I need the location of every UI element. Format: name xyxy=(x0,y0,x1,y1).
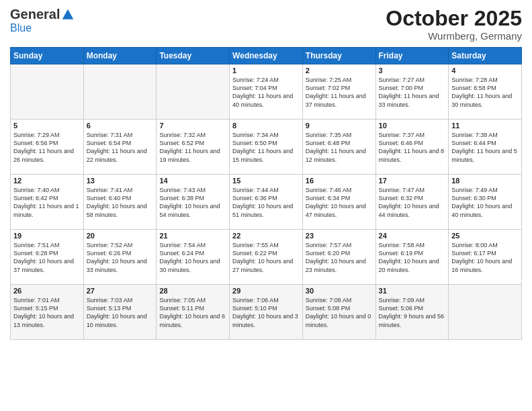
weekday-header-row: SundayMondayTuesdayWednesdayThursdayFrid… xyxy=(11,48,522,64)
calendar-cell: 22Sunrise: 7:55 AM Sunset: 6:22 PM Dayli… xyxy=(230,230,303,285)
calendar-cell: 5Sunrise: 7:29 AM Sunset: 6:56 PM Daylig… xyxy=(11,120,84,175)
day-number: 26 xyxy=(13,287,81,295)
weekday-header: Saturday xyxy=(449,48,522,64)
calendar-cell xyxy=(157,64,230,120)
day-info: Sunrise: 7:09 AM Sunset: 5:06 PM Dayligh… xyxy=(379,296,446,329)
calendar-cell: 17Sunrise: 7:47 AM Sunset: 6:32 PM Dayli… xyxy=(375,175,449,230)
logo-icon xyxy=(61,8,75,21)
day-info: Sunrise: 7:43 AM Sunset: 6:38 PM Dayligh… xyxy=(159,186,226,219)
day-number: 2 xyxy=(306,66,373,75)
calendar-cell: 14Sunrise: 7:43 AM Sunset: 6:38 PM Dayli… xyxy=(157,175,230,230)
calendar-cell: 16Sunrise: 7:46 AM Sunset: 6:34 PM Dayli… xyxy=(302,175,375,230)
day-info: Sunrise: 7:52 AM Sunset: 6:26 PM Dayligh… xyxy=(87,241,154,274)
day-number: 31 xyxy=(379,287,446,295)
day-info: Sunrise: 7:55 AM Sunset: 6:22 PM Dayligh… xyxy=(232,241,300,274)
day-info: Sunrise: 7:27 AM Sunset: 7:00 PM Dayligh… xyxy=(379,76,446,109)
calendar: SundayMondayTuesdayWednesdayThursdayFrid… xyxy=(10,47,522,340)
day-number: 5 xyxy=(13,122,81,130)
calendar-cell: 30Sunrise: 7:08 AM Sunset: 5:08 PM Dayli… xyxy=(302,285,375,340)
weekday-header: Wednesday xyxy=(230,48,303,64)
day-number: 14 xyxy=(159,177,226,185)
day-info: Sunrise: 7:41 AM Sunset: 6:40 PM Dayligh… xyxy=(87,186,154,219)
week-row: 5Sunrise: 7:29 AM Sunset: 6:56 PM Daylig… xyxy=(11,120,522,175)
calendar-cell: 2Sunrise: 7:25 AM Sunset: 7:02 PM Daylig… xyxy=(302,64,375,120)
day-info: Sunrise: 7:06 AM Sunset: 5:10 PM Dayligh… xyxy=(232,296,300,329)
header: General Blue October 2025 Wurmberg, Germ… xyxy=(10,7,522,42)
day-number: 17 xyxy=(379,177,446,185)
day-info: Sunrise: 7:44 AM Sunset: 6:36 PM Dayligh… xyxy=(232,186,300,219)
calendar-cell: 4Sunrise: 7:28 AM Sunset: 6:58 PM Daylig… xyxy=(449,64,522,120)
day-info: Sunrise: 7:49 AM Sunset: 6:30 PM Dayligh… xyxy=(451,186,519,219)
weekday-header: Thursday xyxy=(302,48,375,64)
day-info: Sunrise: 7:54 AM Sunset: 6:24 PM Dayligh… xyxy=(159,241,226,274)
day-number: 27 xyxy=(87,287,154,295)
day-info: Sunrise: 7:29 AM Sunset: 6:56 PM Dayligh… xyxy=(13,131,81,164)
logo: General Blue xyxy=(10,7,75,34)
day-info: Sunrise: 7:34 AM Sunset: 6:50 PM Dayligh… xyxy=(232,131,300,164)
day-number: 20 xyxy=(87,232,154,240)
calendar-cell: 3Sunrise: 7:27 AM Sunset: 7:00 PM Daylig… xyxy=(375,64,449,120)
calendar-cell: 8Sunrise: 7:34 AM Sunset: 6:50 PM Daylig… xyxy=(230,120,303,175)
week-row: 12Sunrise: 7:40 AM Sunset: 6:42 PM Dayli… xyxy=(11,175,522,230)
calendar-cell: 27Sunrise: 7:03 AM Sunset: 5:13 PM Dayli… xyxy=(83,285,157,340)
day-number: 16 xyxy=(306,177,373,185)
calendar-cell: 18Sunrise: 7:49 AM Sunset: 6:30 PM Dayli… xyxy=(449,175,522,230)
day-number: 7 xyxy=(159,122,226,130)
day-info: Sunrise: 7:37 AM Sunset: 6:46 PM Dayligh… xyxy=(379,131,446,164)
day-info: Sunrise: 7:47 AM Sunset: 6:32 PM Dayligh… xyxy=(379,186,446,219)
calendar-cell: 11Sunrise: 7:38 AM Sunset: 6:44 PM Dayli… xyxy=(449,120,522,175)
calendar-cell xyxy=(449,285,522,340)
calendar-cell: 1Sunrise: 7:24 AM Sunset: 7:04 PM Daylig… xyxy=(230,64,303,120)
day-info: Sunrise: 7:35 AM Sunset: 6:48 PM Dayligh… xyxy=(306,131,373,164)
day-number: 15 xyxy=(232,177,300,185)
day-number: 1 xyxy=(232,66,300,75)
logo-blue: Blue xyxy=(10,22,32,34)
day-info: Sunrise: 7:25 AM Sunset: 7:02 PM Dayligh… xyxy=(306,76,373,109)
day-info: Sunrise: 7:03 AM Sunset: 5:13 PM Dayligh… xyxy=(87,296,154,329)
logo-blue-text: Blue xyxy=(10,22,32,34)
calendar-cell: 10Sunrise: 7:37 AM Sunset: 6:46 PM Dayli… xyxy=(375,120,449,175)
day-number: 8 xyxy=(232,122,300,130)
calendar-cell xyxy=(83,64,157,120)
calendar-cell: 24Sunrise: 7:58 AM Sunset: 6:19 PM Dayli… xyxy=(375,230,449,285)
calendar-cell xyxy=(11,64,84,120)
day-info: Sunrise: 8:00 AM Sunset: 6:17 PM Dayligh… xyxy=(451,241,519,274)
day-info: Sunrise: 7:05 AM Sunset: 5:11 PM Dayligh… xyxy=(159,296,226,329)
calendar-cell: 21Sunrise: 7:54 AM Sunset: 6:24 PM Dayli… xyxy=(157,230,230,285)
weekday-header: Friday xyxy=(375,48,449,64)
day-info: Sunrise: 7:58 AM Sunset: 6:19 PM Dayligh… xyxy=(379,241,446,274)
day-number: 10 xyxy=(379,122,446,130)
weekday-header: Monday xyxy=(83,48,157,64)
day-info: Sunrise: 7:08 AM Sunset: 5:08 PM Dayligh… xyxy=(306,296,373,329)
day-info: Sunrise: 7:46 AM Sunset: 6:34 PM Dayligh… xyxy=(306,186,373,219)
calendar-cell: 13Sunrise: 7:41 AM Sunset: 6:40 PM Dayli… xyxy=(83,175,157,230)
calendar-cell: 28Sunrise: 7:05 AM Sunset: 5:11 PM Dayli… xyxy=(157,285,230,340)
calendar-cell: 26Sunrise: 7:01 AM Sunset: 5:15 PM Dayli… xyxy=(11,285,84,340)
calendar-cell: 12Sunrise: 7:40 AM Sunset: 6:42 PM Dayli… xyxy=(11,175,84,230)
logo-text: General xyxy=(10,7,75,22)
calendar-cell: 29Sunrise: 7:06 AM Sunset: 5:10 PM Dayli… xyxy=(230,285,303,340)
day-number: 18 xyxy=(451,177,519,185)
calendar-cell: 20Sunrise: 7:52 AM Sunset: 6:26 PM Dayli… xyxy=(83,230,157,285)
day-info: Sunrise: 7:51 AM Sunset: 6:28 PM Dayligh… xyxy=(13,241,81,274)
location: Wurmberg, Germany xyxy=(386,30,522,42)
calendar-cell: 9Sunrise: 7:35 AM Sunset: 6:48 PM Daylig… xyxy=(302,120,375,175)
calendar-cell: 6Sunrise: 7:31 AM Sunset: 6:54 PM Daylig… xyxy=(83,120,157,175)
day-number: 11 xyxy=(451,122,519,130)
calendar-cell: 31Sunrise: 7:09 AM Sunset: 5:06 PM Dayli… xyxy=(375,285,449,340)
day-info: Sunrise: 7:01 AM Sunset: 5:15 PM Dayligh… xyxy=(13,296,81,329)
day-info: Sunrise: 7:38 AM Sunset: 6:44 PM Dayligh… xyxy=(451,131,519,164)
calendar-cell: 7Sunrise: 7:32 AM Sunset: 6:52 PM Daylig… xyxy=(157,120,230,175)
day-number: 21 xyxy=(159,232,226,240)
day-info: Sunrise: 7:32 AM Sunset: 6:52 PM Dayligh… xyxy=(159,131,226,164)
weekday-header: Sunday xyxy=(11,48,84,64)
day-number: 23 xyxy=(306,232,373,240)
day-number: 13 xyxy=(87,177,154,185)
day-info: Sunrise: 7:57 AM Sunset: 6:20 PM Dayligh… xyxy=(306,241,373,274)
day-info: Sunrise: 7:28 AM Sunset: 6:58 PM Dayligh… xyxy=(451,76,519,109)
calendar-cell: 25Sunrise: 8:00 AM Sunset: 6:17 PM Dayli… xyxy=(449,230,522,285)
day-number: 4 xyxy=(451,66,519,75)
day-number: 28 xyxy=(159,287,226,295)
day-number: 25 xyxy=(451,232,519,240)
day-number: 3 xyxy=(379,66,446,75)
